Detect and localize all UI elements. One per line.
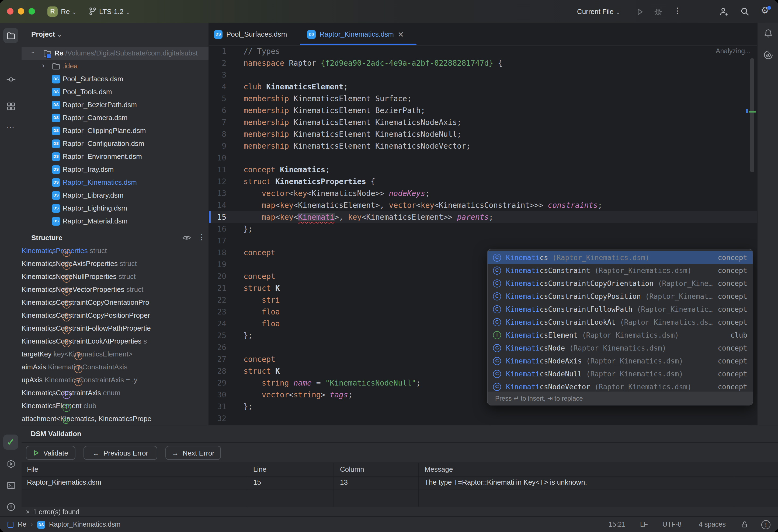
gear-icon[interactable]: ⚙ <box>761 5 769 16</box>
tool-windows-icon[interactable] <box>3 99 18 114</box>
completion-item[interactable]: CKinematicsConstraintLookAt(Raptor_Kinem… <box>488 316 753 329</box>
tree-item[interactable]: DSRaptor_Environment.dsm <box>21 150 209 163</box>
close-icon[interactable]: ✕ <box>398 30 404 38</box>
code-line-9[interactable]: membership KinematicsElement KinematicsN… <box>209 140 758 152</box>
run-configuration-select[interactable]: Current File ⌄ <box>577 8 621 16</box>
code-line-13[interactable]: vector<key<KinematicsNode>> nodeKeys; <box>209 187 758 199</box>
chevron-icon[interactable]: › <box>51 261 54 269</box>
debug-bug-icon[interactable] <box>653 7 663 16</box>
tree-item[interactable]: DSPool_Surfaces.dsm <box>21 73 209 86</box>
add-user-icon[interactable] <box>719 7 728 16</box>
structure-item[interactable]: ›SKinematicsConstraintLookAtProperties s <box>21 337 209 350</box>
tree-item[interactable]: DSPool_Tools.dsm <box>21 86 209 99</box>
column-header-column[interactable]: Column <box>340 465 415 473</box>
breadcrumb-root[interactable]: Re <box>18 521 26 528</box>
error-circle-icon[interactable]: ! <box>761 520 770 529</box>
traffic-minimize-icon[interactable] <box>18 8 24 14</box>
tab-pool-surfaces[interactable]: DS Pool_Surfaces.dsm <box>214 23 287 45</box>
chevron-icon[interactable]: › <box>29 52 37 54</box>
column-header-file[interactable]: File <box>27 465 242 473</box>
code-line-3[interactable] <box>209 69 758 81</box>
chevron-icon[interactable]: › <box>51 313 54 321</box>
completion-item[interactable]: CKinematicsConstraintCopyOrientation(Rap… <box>488 277 753 290</box>
structure-item[interactable]: fupAxis KinematicsConstraintAxis = .y <box>21 376 209 389</box>
column-divider[interactable] <box>733 463 733 507</box>
code-line-11[interactable]: concept Kinematics; <box>209 164 758 176</box>
tab-raptor-kinematics[interactable]: DS Raptor_Kinematics.dsm ✕ <box>307 23 404 45</box>
structure-item[interactable]: ›SKinematicsConstraintCopyOrientationPro <box>21 298 209 311</box>
chevron-icon[interactable]: › <box>51 326 54 334</box>
structure-item[interactable]: IKinematicsElement club <box>21 402 209 415</box>
table-cell[interactable]: 13 <box>340 478 415 486</box>
table-cell[interactable]: 15 <box>253 478 334 486</box>
tree-item-root[interactable]: ›Re /Volumes/DigitalSubstrate/com.digita… <box>21 47 209 60</box>
code-line-2[interactable]: namespace Raptor {f2d9ea90-2adc-4e9a-a2b… <box>209 57 758 69</box>
structure-item[interactable]: @attachment<Kinematics, KinematicsPrope <box>21 415 209 425</box>
completion-item[interactable]: IKinematicsElement(Raptor_Kinematics.dsm… <box>488 329 753 341</box>
project-folder-icon[interactable] <box>3 28 18 43</box>
ai-assistant-icon[interactable] <box>764 50 773 60</box>
tree-item[interactable]: DSRaptor_Lighting.dsm <box>21 202 209 215</box>
chevron-icon[interactable]: › <box>51 248 54 256</box>
branch-menu[interactable]: LTS-1.2 ⌄ <box>99 8 130 16</box>
chevron-icon[interactable]: › <box>51 274 54 282</box>
code-line-4[interactable]: club KinematicsElement; <box>209 81 758 93</box>
next-error-button[interactable]: → Next Error <box>165 446 221 460</box>
kebab-menu-icon[interactable]: ⋮ <box>674 6 682 16</box>
eye-icon[interactable] <box>182 233 191 242</box>
completion-item[interactable]: CKinematicsConstraintCopyPosition(Raptor… <box>488 290 753 302</box>
validation-check-icon[interactable]: ✓ <box>3 435 18 450</box>
traffic-close-icon[interactable] <box>7 8 13 14</box>
encoding-indicator[interactable]: UTF-8 <box>663 521 682 528</box>
structure-item[interactable]: ›SKinematicsConstraintFollowPathProperti… <box>21 324 209 337</box>
column-header-line[interactable]: Line <box>253 465 334 473</box>
chevron-icon[interactable]: › <box>42 61 45 70</box>
completion-item[interactable]: CKinematicsConstraintFollowPath(Raptor_K… <box>488 302 753 316</box>
structure-item[interactable]: ftargetKey key<KinematicsElement> <box>21 350 209 363</box>
completion-item[interactable]: CKinematicsNodeAxis(Raptor_Kinematics.ds… <box>488 354 753 367</box>
tree-item[interactable]: ›.idea <box>21 60 209 73</box>
structure-item[interactable]: ›SKinematicsNodeAxisProperties struct <box>21 260 209 272</box>
completion-item[interactable]: CKinematicsNodeNull(Raptor_Kinematics.ds… <box>488 367 753 380</box>
tree-item[interactable]: DSRaptor_Camera.dsm <box>21 111 209 124</box>
tree-item[interactable]: DSRaptor_Configuration.dsm <box>21 137 209 150</box>
lock-open-icon[interactable] <box>741 521 748 528</box>
code-line-14[interactable]: map<key<KinematicsElement>, vector<key<K… <box>209 199 758 211</box>
chevron-icon[interactable]: › <box>51 300 54 308</box>
traffic-zoom-icon[interactable] <box>28 8 35 14</box>
column-divider[interactable] <box>418 463 419 507</box>
code-line-1[interactable]: // Types <box>209 45 758 57</box>
notifications-bell-icon[interactable] <box>764 28 773 38</box>
more-icon[interactable]: ⋯ <box>3 119 18 135</box>
tree-item[interactable]: DSRaptor_BezierPath.dsm <box>21 99 209 111</box>
caret-position[interactable]: 15:21 <box>609 521 626 528</box>
code-line-12[interactable]: struct KinematicsProperties { <box>209 176 758 187</box>
chevron-icon[interactable]: › <box>51 390 54 398</box>
completion-item[interactable]: CKinematics(Raptor_Kinematics.dsm)concep… <box>488 251 753 264</box>
code-line-10[interactable] <box>209 152 758 164</box>
code-line-15[interactable]: map<key<Kinemati>, key<KinematicsElement… <box>209 211 758 223</box>
table-cell[interactable]: The type T=Raptor::Kinemati in Key<T> is… <box>424 478 726 486</box>
completion-item[interactable]: CKinematicsConstraint(Raptor_Kinematics.… <box>488 264 753 277</box>
search-icon[interactable] <box>740 7 750 16</box>
column-divider[interactable] <box>247 463 247 507</box>
structure-item[interactable]: ›EKinematicsConstraintAxis enum <box>21 389 209 402</box>
code-line-6[interactable]: membership KinematicsElement BezierPath; <box>209 104 758 116</box>
code-line-32[interactable] <box>209 413 758 424</box>
tree-item[interactable]: DSRaptor_Material.dsm <box>21 215 209 227</box>
previous-error-button[interactable]: ← Previous Error <box>83 446 157 460</box>
chevron-icon[interactable]: › <box>48 342 56 344</box>
code-line-7[interactable]: membership KinematicsElement KinematicsN… <box>209 116 758 128</box>
project-panel-title[interactable]: Project ⌄ <box>31 30 62 38</box>
code-line-16[interactable]: }; <box>209 223 758 235</box>
structure-item[interactable]: faimAxis KinematicsConstraintAxis <box>21 363 209 376</box>
validate-button[interactable]: Validate <box>26 446 75 460</box>
column-header-message[interactable]: Message <box>424 465 726 473</box>
run-play-icon[interactable] <box>636 8 644 16</box>
editor-scrollbar[interactable] <box>750 58 754 172</box>
breadcrumb-file[interactable]: Raptor_Kinematics.dsm <box>49 521 121 528</box>
code-line-8[interactable]: membership KinematicsElement KinematicsN… <box>209 128 758 140</box>
tree-item[interactable]: DSRaptor_ClippingPlane.dsm <box>21 124 209 137</box>
project-menu[interactable]: Re ⌄ <box>61 8 77 16</box>
table-cell[interactable]: Raptor_Kinematics.dsm <box>27 478 242 486</box>
